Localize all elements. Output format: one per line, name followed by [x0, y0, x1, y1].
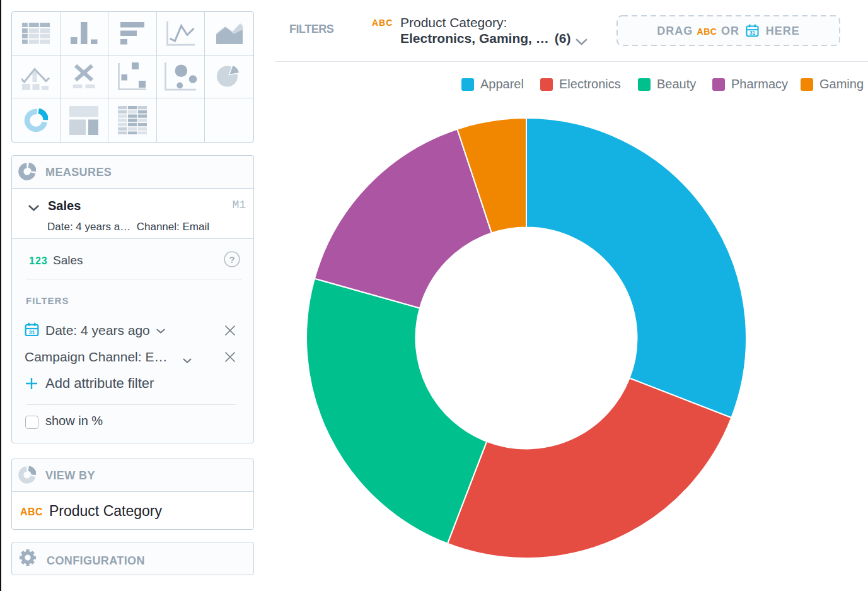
svg-text:31: 31: [28, 329, 35, 336]
svg-text:?: ?: [229, 254, 234, 265]
svg-text:31: 31: [749, 30, 756, 36]
